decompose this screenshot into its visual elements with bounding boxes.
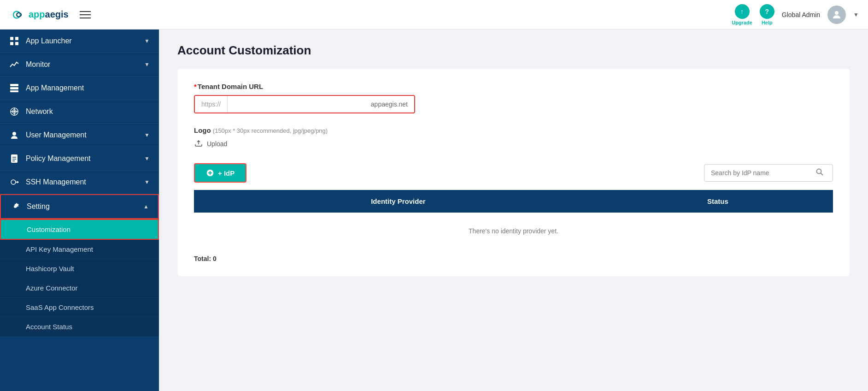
sidebar-label-app-management: App Management — [26, 84, 84, 92]
sidebar-label-user-management: User Management — [26, 131, 87, 139]
svg-rect-4 — [15, 42, 18, 45]
table-total: Total: 0 — [194, 255, 833, 262]
chevron-user-management: ▼ — [144, 132, 150, 138]
avatar-icon — [831, 9, 842, 20]
sidebar: App Launcher ▼ Monitor ▼ App Management — [0, 30, 159, 391]
setting-icon — [10, 201, 20, 212]
azure-label: Azure Connector — [26, 284, 78, 292]
sidebar-label-network: Network — [26, 107, 53, 116]
sidebar-sub-item-hashicorp[interactable]: Hashicorp Vault — [0, 259, 159, 278]
tenant-domain-label: *Tenant Domain URL — [194, 83, 833, 90]
ssh-management-icon — [9, 177, 19, 187]
add-idp-button[interactable]: + IdP — [194, 163, 246, 183]
tenant-domain-text: Tenant Domain URL — [198, 83, 263, 90]
add-idp-label: + IdP — [218, 169, 235, 177]
sidebar-item-user-management[interactable]: User Management ▼ — [0, 124, 159, 147]
sidebar-label-app-launcher: App Launcher — [26, 37, 72, 45]
tenant-url-input[interactable] — [228, 96, 364, 113]
sidebar-item-network[interactable]: Network — [0, 100, 159, 124]
sidebar-sub-item-saas[interactable]: SaaS App Connectors — [0, 298, 159, 317]
sidebar-item-monitor[interactable]: Monitor ▼ — [0, 53, 159, 77]
app-launcher-icon — [9, 36, 19, 46]
policy-management-icon — [9, 154, 19, 164]
sidebar-label-setting: Setting — [27, 202, 50, 211]
sidebar-sub-item-azure[interactable]: Azure Connector — [0, 278, 159, 298]
idp-table-body: There's no identity provider yet. — [194, 213, 833, 249]
app-management-icon — [9, 83, 19, 93]
sidebar-label-policy-management: Policy Management — [26, 154, 91, 163]
help-icon: ? — [760, 4, 774, 19]
chevron-app-launcher: ▼ — [144, 38, 150, 44]
logo-svg — [9, 9, 26, 20]
upload-button[interactable]: Upload — [194, 138, 833, 149]
sidebar-item-policy-management[interactable]: Policy Management ▼ — [0, 147, 159, 171]
sidebar-label-monitor: Monitor — [26, 60, 50, 69]
sidebar-sub-item-account-status[interactable]: Account Status — [0, 317, 159, 337]
sidebar-item-ssh-management[interactable]: SSH Management ▼ — [0, 171, 159, 194]
sidebar-item-setting[interactable]: Setting ▲ — [0, 194, 159, 219]
header-left: appaegis — [9, 9, 93, 20]
user-management-icon — [9, 130, 19, 140]
sidebar-item-policy-management-left: Policy Management — [9, 154, 91, 164]
page-title: Account Customization — [177, 43, 850, 58]
upgrade-button[interactable]: ↑ Upgrade — [732, 4, 752, 25]
sidebar-item-setting-left: Setting — [10, 201, 50, 212]
logo-label: Logo (150px * 30px recommended, jpg/jpeg… — [194, 126, 833, 134]
col-status: Status — [603, 190, 833, 213]
saas-label: SaaS App Connectors — [26, 303, 94, 311]
content-area: Account Customization *Tenant Domain URL… — [159, 30, 868, 391]
sidebar-sub-item-api-key[interactable]: API Key Management — [0, 240, 159, 259]
customization-card: *Tenant Domain URL https:// appaegis.net… — [177, 69, 850, 276]
sidebar-item-monitor-left: Monitor — [9, 59, 50, 70]
network-icon — [9, 107, 19, 117]
chevron-setting: ▲ — [143, 203, 149, 210]
logo: appaegis — [9, 9, 69, 20]
idp-empty-message: There's no identity provider yet. — [194, 213, 833, 249]
chevron-policy-management: ▼ — [144, 155, 150, 162]
tenant-url-suffix: appaegis.net — [364, 96, 414, 113]
help-button[interactable]: ? Help — [760, 4, 774, 25]
svg-point-13 — [12, 132, 16, 136]
sidebar-item-app-launcher[interactable]: App Launcher ▼ — [0, 30, 159, 53]
header-right: ↑ Upgrade ? Help Global Admin ▼ — [732, 4, 859, 25]
chevron-monitor: ▼ — [144, 61, 150, 68]
sidebar-item-app-management-left: App Management — [9, 83, 84, 93]
hashicorp-label: Hashicorp Vault — [26, 265, 74, 273]
upload-label: Upload — [207, 140, 227, 148]
tenant-url-field: https:// appaegis.net — [194, 95, 415, 113]
upload-icon — [194, 138, 203, 149]
user-name: Global Admin — [782, 11, 820, 18]
sidebar-label-ssh-management: SSH Management — [26, 178, 86, 186]
required-indicator: * — [194, 83, 197, 90]
svg-point-0 — [835, 11, 839, 15]
logo-text: appaegis — [29, 9, 69, 20]
svg-line-23 — [821, 173, 823, 176]
logo-section: Logo (150px * 30px recommended, jpg/jpeg… — [194, 126, 833, 149]
search-idp-input[interactable] — [711, 169, 812, 177]
avatar[interactable] — [827, 6, 846, 24]
sidebar-item-ssh-management-left: SSH Management — [9, 177, 86, 187]
chevron-down-icon[interactable]: ▼ — [853, 12, 859, 18]
main-layout: App Launcher ▼ Monitor ▼ App Management — [0, 30, 868, 391]
customization-label: Customization — [27, 225, 70, 233]
svg-rect-5 — [10, 84, 18, 86]
svg-rect-3 — [10, 42, 13, 45]
sidebar-item-user-management-left: User Management — [9, 130, 87, 140]
chevron-ssh-management: ▼ — [144, 179, 150, 185]
upgrade-label: Upgrade — [732, 20, 752, 25]
svg-rect-7 — [10, 90, 18, 92]
api-key-label: API Key Management — [26, 245, 93, 253]
sidebar-item-app-management[interactable]: App Management — [0, 77, 159, 100]
svg-rect-6 — [10, 87, 18, 89]
col-identity-provider: Identity Provider — [194, 190, 603, 213]
idp-empty-row: There's no identity provider yet. — [194, 213, 833, 249]
hamburger-menu[interactable] — [78, 9, 93, 20]
idp-table-header: Identity Provider Status — [194, 190, 833, 213]
search-idp-wrapper — [704, 164, 833, 182]
header: appaegis ↑ Upgrade ? Help Global Admin ▼ — [0, 0, 868, 30]
sidebar-item-app-launcher-left: App Launcher — [9, 36, 72, 46]
svg-rect-2 — [15, 37, 18, 40]
sidebar-sub-menu: Customization API Key Management Hashico… — [0, 219, 159, 337]
sidebar-sub-item-customization[interactable]: Customization — [0, 219, 159, 240]
svg-point-22 — [817, 169, 821, 174]
